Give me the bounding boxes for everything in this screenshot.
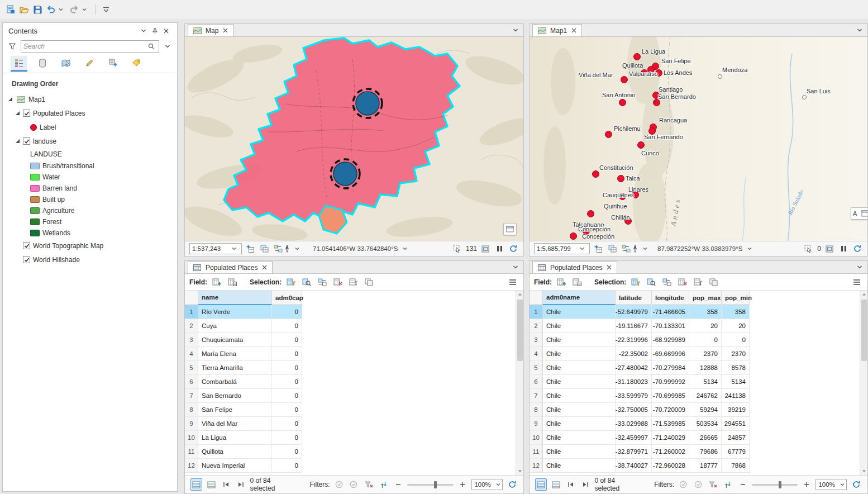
undo-icon[interactable] (46, 4, 56, 15)
select-box-icon[interactable] (824, 244, 834, 254)
column-header-pop-max[interactable]: pop_max (689, 291, 722, 305)
cell-adm0cap[interactable]: 0 (272, 417, 302, 431)
cell-pop-min[interactable]: 241138 (722, 389, 750, 403)
cell-latitude[interactable]: -22.319996 (616, 333, 652, 347)
cell-pop-max[interactable]: 0 (689, 333, 722, 347)
cell-longitude[interactable]: -71.240029 (652, 431, 689, 445)
remove-filter-icon[interactable] (708, 479, 718, 490)
table-row[interactable]: 4María Elena0 (185, 347, 302, 361)
zoom-in-icon[interactable] (457, 479, 468, 490)
cell-adm0name[interactable]: Chile (543, 459, 616, 473)
search-options-chevron-icon[interactable] (163, 41, 173, 51)
city-feature-talca[interactable] (617, 175, 624, 182)
cell-pop-max[interactable]: 26665 (689, 431, 722, 445)
table-row[interactable]: 2Chile-19.116677-70.1333012020 (530, 319, 750, 333)
city-feature-quirihue[interactable] (587, 210, 594, 217)
table-row[interactable]: 4Chile-22.35002-69.66999623702370 (530, 347, 750, 361)
point-symbol[interactable] (30, 124, 37, 131)
row-number-cell[interactable]: 7 (185, 389, 198, 403)
table-row[interactable]: 9Viña del Mar0 (185, 417, 302, 431)
cell-adm0cap[interactable]: 0 (272, 445, 302, 459)
zoom-level-combo[interactable]: 100% (471, 479, 503, 490)
tab-map[interactable]: Map (188, 24, 233, 36)
slider-handle[interactable] (779, 481, 781, 488)
table-row[interactable]: 7Chile-33.599979-70.699985246762241138 (530, 389, 750, 403)
cell-longitude[interactable]: -71.260002 (652, 445, 689, 459)
table-row[interactable]: 11Chile-32.879971-71.2600027968667779 (530, 445, 750, 459)
row-number-cell[interactable]: 2 (530, 319, 543, 333)
cell-pop-min[interactable]: 39219 (722, 403, 750, 417)
row-number-cell[interactable]: 11 (530, 445, 543, 459)
layer-checkbox[interactable] (23, 137, 30, 145)
table-row[interactable]: 12Chile-38.740027-72.960028187777868 (530, 459, 750, 473)
redo-icon[interactable] (69, 4, 79, 15)
layer-checkbox[interactable] (23, 242, 30, 249)
pane-menu-chevron-icon[interactable] (855, 262, 865, 272)
row-number-cell[interactable]: 8 (530, 403, 543, 417)
column-header-latitude[interactable]: latitude (616, 291, 652, 305)
table-row[interactable]: 10La Ligua0 (185, 431, 302, 445)
cell-adm0name[interactable]: Chile (543, 333, 616, 347)
map-canvas[interactable] (185, 37, 523, 241)
scroll-down-icon[interactable] (859, 466, 868, 475)
legend-item-barren-land[interactable]: Barren land (3, 183, 177, 194)
cell-pop-min[interactable]: 67779 (722, 445, 750, 459)
expander-icon[interactable] (15, 111, 20, 116)
cell-pop-max[interactable]: 12888 (689, 361, 722, 375)
city-feature-la-ligua[interactable] (633, 53, 641, 60)
layer-checkbox[interactable] (23, 256, 30, 263)
copy-selection-icon[interactable] (364, 277, 374, 287)
row-number-cell[interactable]: 11 (185, 445, 198, 459)
cell-pop-min[interactable]: 5134 (722, 375, 750, 389)
refresh-table-icon[interactable] (507, 479, 517, 490)
row-number-cell[interactable]: 3 (185, 333, 198, 347)
table-row[interactable]: 2Cuya0 (185, 319, 302, 333)
legend-swatch[interactable] (30, 218, 40, 225)
table-row[interactable]: 1Río Verde0 (185, 305, 302, 319)
table-menu-icon[interactable] (852, 277, 862, 287)
pause-drawing-icon[interactable] (494, 244, 504, 254)
cell-pop-min[interactable]: 8578 (722, 361, 750, 375)
cell-name[interactable]: La Ligua (198, 431, 272, 445)
cell-name[interactable]: Tierra Amarilla (198, 361, 272, 375)
cell-name[interactable]: Nueva Imperial (198, 459, 272, 473)
city-feature-pichilemu[interactable] (605, 131, 612, 138)
layer-item-landuse[interactable]: LANDUSE (3, 148, 177, 160)
select-box-icon[interactable] (480, 244, 490, 254)
close-tab-icon[interactable] (221, 26, 231, 36)
cell-latitude[interactable]: -33.029988 (616, 417, 652, 431)
grid-icon[interactable] (607, 244, 617, 254)
tab-list-by-editing[interactable] (81, 56, 98, 72)
legend-swatch[interactable] (30, 163, 40, 169)
table-row[interactable]: 5Tierra Amarilla0 (185, 361, 302, 375)
city-feature-vi-a-del-mar[interactable] (621, 76, 628, 83)
column-header-longitude[interactable]: longitude (652, 291, 689, 305)
cell-adm0name[interactable]: Chile (543, 375, 616, 389)
cell-name[interactable]: Quillota (198, 445, 272, 459)
cell-adm0name[interactable]: Chile (543, 417, 616, 431)
cell-adm0name[interactable]: Chile (543, 319, 616, 333)
table-row[interactable]: 12Nueva Imperial0 (185, 459, 302, 473)
cell-adm0name[interactable]: Chile (543, 347, 616, 361)
cell-pop-min[interactable]: 2370 (722, 347, 750, 361)
expander-icon[interactable] (7, 97, 13, 102)
vertical-scrollbar[interactable] (860, 291, 867, 475)
cell-adm0cap[interactable]: 0 (272, 319, 302, 333)
calculate-field-icon[interactable] (227, 277, 237, 287)
row-number-cell[interactable]: 10 (530, 431, 543, 445)
remove-filter-icon[interactable] (364, 479, 374, 490)
refresh-icon[interactable] (508, 244, 518, 254)
new-map-grid-icon[interactable] (245, 244, 255, 254)
cell-name[interactable]: Combarbalá (198, 375, 272, 389)
table-row[interactable]: 10Chile-32.459997-71.2400292666524857 (530, 431, 750, 445)
vertical-scrollbar[interactable] (516, 291, 523, 475)
cell-name[interactable]: Chuquicamata (198, 333, 272, 347)
redo-dropdown-icon[interactable] (79, 4, 89, 15)
cell-longitude[interactable]: -70.699985 (652, 389, 689, 403)
grid-icon[interactable] (259, 244, 269, 254)
city-feature-curic[interactable] (637, 141, 645, 149)
tab-map1[interactable]: Map1 (532, 24, 582, 36)
table-row[interactable]: 11Quillota0 (185, 445, 302, 459)
last-record-icon[interactable] (580, 479, 590, 490)
table-row[interactable]: 1Chile-52.649979-71.466605358358 (530, 305, 750, 319)
